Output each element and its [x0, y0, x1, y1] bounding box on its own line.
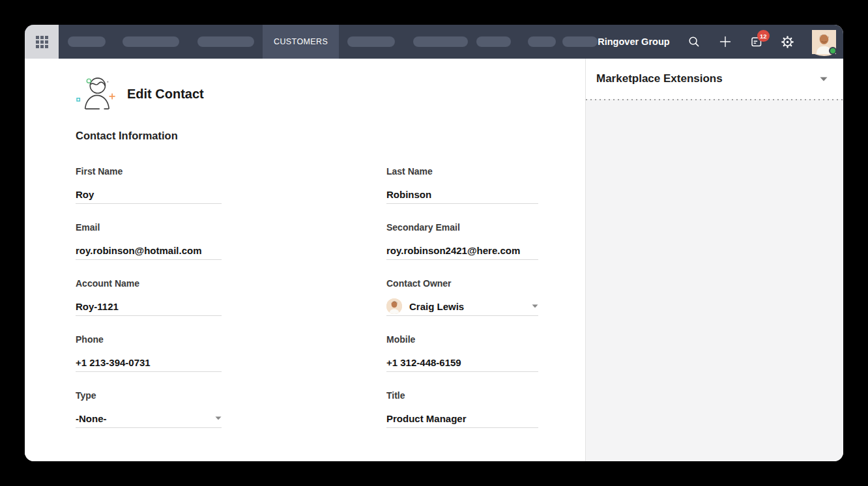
email-input[interactable]: roy.robinson@hotmail.com	[76, 241, 222, 260]
field-account-name: Account Name Roy-1121	[76, 278, 222, 316]
add-button[interactable]	[718, 35, 732, 49]
field-value: roy.robinson@hotmail.com	[76, 245, 202, 256]
field-value: -None-	[76, 413, 107, 424]
search-button[interactable]	[687, 35, 701, 49]
contact-avatar-icon	[76, 76, 116, 112]
marketplace-extensions-panel: Marketplace Extensions	[585, 59, 843, 461]
secondary-email-input[interactable]: roy.robinson2421@here.com	[386, 241, 538, 260]
nav-item-placeholder[interactable]	[413, 36, 468, 47]
last-name-input[interactable]: Robinson	[386, 185, 538, 204]
field-label: Last Name	[386, 166, 538, 177]
contact-owner-select[interactable]: Craig Lewis	[386, 297, 538, 316]
contact-info-grid: First Name Roy Last Name Robinson Email …	[76, 166, 585, 428]
field-label: Email	[76, 222, 222, 233]
title-input[interactable]: Product Manager	[386, 409, 538, 428]
gear-icon	[781, 35, 794, 49]
search-icon	[687, 35, 701, 48]
field-label: Type	[76, 390, 222, 401]
field-value: Craig Lewis	[409, 301, 464, 312]
chevron-down-icon[interactable]	[820, 77, 828, 81]
field-label: Secondary Email	[386, 222, 538, 233]
field-label: First Name	[76, 166, 222, 177]
crm-window: CUSTOMERS Ringover Group	[25, 25, 843, 461]
mobile-input[interactable]: +1 312-448-6159	[386, 353, 538, 372]
field-value: +1 312-448-6159	[386, 357, 461, 368]
nav-item-placeholder[interactable]	[68, 36, 106, 47]
field-value: Roy-1121	[76, 301, 119, 312]
field-value: roy.robinson2421@here.com	[386, 245, 520, 256]
page-header: Edit Contact	[76, 76, 585, 112]
top-navbar: CUSTOMERS Ringover Group	[25, 25, 843, 59]
page-title: Edit Contact	[127, 87, 204, 102]
field-value: Product Manager	[386, 413, 467, 424]
field-type: Type -None-	[76, 390, 222, 428]
org-name[interactable]: Ringover Group	[598, 36, 669, 47]
field-phone: Phone +1 213-394-0731	[76, 334, 222, 372]
notifications-button[interactable]: 12	[749, 35, 764, 49]
content-area: Edit Contact Contact Information First N…	[25, 59, 843, 461]
field-label: Account Name	[76, 278, 222, 289]
chevron-down-icon	[532, 304, 538, 308]
field-value: +1 213-394-0731	[76, 357, 151, 368]
field-secondary-email: Secondary Email roy.robinson2421@here.co…	[386, 222, 538, 260]
owner-avatar	[386, 298, 402, 314]
field-value: Robinson	[386, 189, 431, 200]
nav-item-placeholder[interactable]	[347, 36, 395, 47]
account-name-input[interactable]: Roy-1121	[76, 297, 222, 316]
plus-icon	[719, 35, 732, 48]
field-contact-owner: Contact Owner Craig Lewis	[386, 278, 538, 316]
first-name-input[interactable]: Roy	[76, 185, 222, 204]
field-first-name: First Name Roy	[76, 166, 222, 204]
navbar-right-cluster: Ringover Group 12	[598, 30, 843, 54]
phone-input[interactable]: +1 213-394-0731	[76, 353, 222, 372]
tab-customers[interactable]: CUSTOMERS	[263, 25, 339, 59]
panel-title: Marketplace Extensions	[596, 72, 723, 85]
field-title: Title Product Manager	[386, 390, 538, 428]
field-label: Contact Owner	[386, 278, 538, 289]
field-label: Mobile	[386, 334, 538, 345]
field-mobile: Mobile +1 312-448-6159	[386, 334, 538, 372]
field-last-name: Last Name Robinson	[386, 166, 538, 204]
field-label: Title	[386, 390, 538, 401]
nav-item-placeholder[interactable]	[123, 36, 179, 47]
type-select[interactable]: -None-	[76, 409, 222, 428]
edit-contact-form: Edit Contact Contact Information First N…	[25, 59, 585, 461]
panel-body	[586, 100, 843, 461]
chevron-down-icon	[215, 416, 222, 420]
nav-item-placeholder[interactable]	[197, 36, 254, 47]
notification-badge: 12	[757, 30, 770, 42]
nav-item-placeholder[interactable]	[528, 36, 556, 47]
tab-customers-label: CUSTOMERS	[274, 37, 328, 46]
nav-item-placeholder[interactable]	[562, 36, 598, 47]
panel-header[interactable]: Marketplace Extensions	[586, 59, 843, 99]
settings-button[interactable]	[781, 35, 795, 49]
nav-item-placeholder[interactable]	[476, 36, 511, 47]
online-status-dot	[829, 47, 837, 55]
field-label: Phone	[76, 334, 222, 345]
field-email: Email roy.robinson@hotmail.com	[76, 222, 222, 260]
app-launcher-button[interactable]	[25, 25, 59, 59]
field-value: Roy	[76, 189, 94, 200]
grid-icon	[36, 36, 48, 48]
user-avatar[interactable]	[812, 30, 836, 54]
section-title: Contact Information	[76, 130, 585, 142]
